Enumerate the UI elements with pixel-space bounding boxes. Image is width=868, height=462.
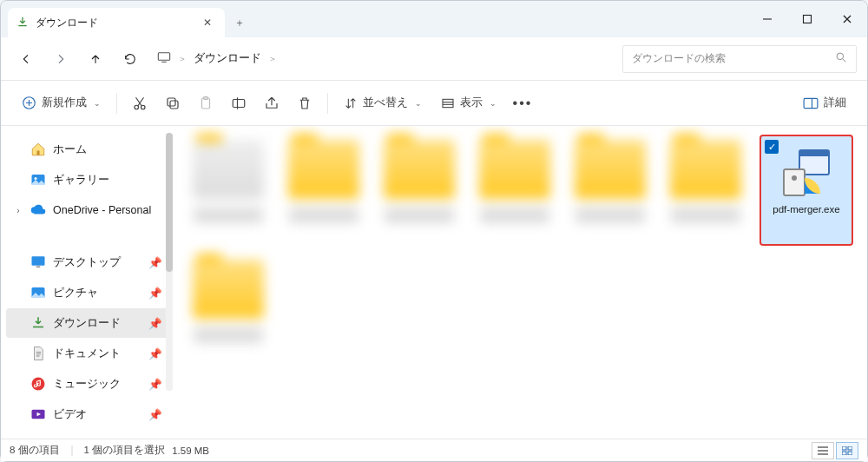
up-button[interactable] bbox=[81, 44, 110, 74]
svg-rect-20 bbox=[37, 151, 40, 155]
titlebar: ダウンロード ✕ ＋ bbox=[1, 1, 867, 37]
rename-button[interactable] bbox=[223, 88, 254, 119]
svg-rect-35 bbox=[848, 452, 852, 455]
gallery-icon bbox=[30, 172, 46, 188]
sidebar-item-music[interactable]: ミュージック📌 bbox=[6, 369, 169, 399]
download-icon bbox=[16, 16, 29, 30]
more-button[interactable]: ••• bbox=[507, 88, 538, 119]
close-button[interactable] bbox=[827, 1, 867, 37]
video-icon bbox=[30, 406, 46, 422]
sidebar-item-documents[interactable]: ドキュメント📌 bbox=[6, 339, 169, 368]
pin-icon: 📌 bbox=[148, 408, 162, 421]
tab-close-button[interactable]: ✕ bbox=[199, 16, 216, 29]
back-button[interactable] bbox=[11, 44, 41, 74]
file-item-selected[interactable]: ✓ pdf-merger.exe bbox=[760, 135, 853, 246]
svg-line-5 bbox=[843, 59, 846, 63]
share-button[interactable] bbox=[256, 88, 287, 119]
chevron-down-icon: ⌄ bbox=[415, 99, 422, 108]
svg-rect-34 bbox=[842, 452, 846, 455]
separator bbox=[116, 93, 117, 114]
search-icon bbox=[835, 51, 847, 66]
file-item[interactable] bbox=[187, 254, 270, 362]
desktop-icon bbox=[30, 254, 46, 270]
statusbar: 8 個の項目 ｜ 1 個の項目を選択 1.59 MB bbox=[1, 439, 867, 461]
status-selected: 1 個の項目を選択 bbox=[84, 444, 166, 457]
new-button[interactable]: 新規作成 ⌄ bbox=[13, 88, 109, 119]
chevron-down-icon: ⌄ bbox=[94, 99, 101, 108]
pin-icon: 📌 bbox=[148, 287, 162, 300]
view-grid-button[interactable] bbox=[836, 442, 858, 459]
tab-title: ダウンロード bbox=[36, 16, 192, 30]
sidebar-item-videos[interactable]: ビデオ📌 bbox=[6, 399, 169, 429]
svg-point-22 bbox=[35, 177, 37, 180]
sidebar-item-pictures[interactable]: ピクチャ📌 bbox=[6, 278, 169, 307]
pictures-icon bbox=[30, 285, 46, 300]
svg-rect-2 bbox=[158, 53, 169, 61]
file-item[interactable] bbox=[664, 135, 747, 242]
search-placeholder: ダウンロードの検索 bbox=[632, 51, 828, 66]
sidebar-item-onedrive[interactable]: › OneDrive - Personal bbox=[6, 195, 169, 225]
cloud-icon bbox=[30, 202, 46, 218]
chevron-right-icon[interactable]: › bbox=[13, 206, 23, 215]
home-icon bbox=[30, 142, 46, 157]
chevron-down-icon: ⌄ bbox=[490, 99, 496, 108]
toolbar: 新規作成 ⌄ 並べ替え ⌄ 表示 ⌄ ••• 詳細 bbox=[1, 81, 867, 126]
delete-button[interactable] bbox=[289, 88, 320, 119]
view-list-button[interactable] bbox=[812, 442, 834, 459]
sidebar-item-home[interactable]: ホーム bbox=[6, 135, 169, 164]
file-item[interactable] bbox=[378, 135, 461, 242]
file-item[interactable] bbox=[569, 135, 652, 242]
installer-icon bbox=[779, 145, 834, 201]
pin-icon: 📌 bbox=[148, 378, 162, 391]
chevron-right-icon: ＞ bbox=[268, 53, 277, 65]
forward-button[interactable] bbox=[46, 44, 76, 74]
file-explorer-window: ダウンロード ✕ ＋ ＞ ダウンロード ＞ ダウンロードの検索 新規作成 bbox=[0, 0, 868, 462]
maximize-button[interactable] bbox=[787, 1, 827, 37]
content-area[interactable]: ✓ pdf-merger.exe bbox=[174, 126, 867, 439]
file-item[interactable] bbox=[282, 135, 365, 242]
svg-rect-15 bbox=[443, 99, 453, 107]
paste-button[interactable] bbox=[190, 88, 221, 119]
svg-rect-30 bbox=[784, 169, 805, 195]
svg-rect-13 bbox=[233, 99, 245, 107]
sidebar-item-downloads[interactable]: ダウンロード📌 bbox=[6, 308, 169, 338]
status-size: 1.59 MB bbox=[172, 446, 209, 456]
pin-icon: 📌 bbox=[148, 317, 162, 330]
check-icon: ✓ bbox=[765, 140, 779, 154]
breadcrumb[interactable]: ＞ ダウンロード ＞ bbox=[150, 51, 617, 66]
svg-rect-32 bbox=[842, 446, 846, 450]
details-pane-button[interactable]: 詳細 bbox=[794, 88, 855, 119]
separator bbox=[327, 93, 328, 114]
breadcrumb-item[interactable]: ダウンロード bbox=[194, 51, 261, 66]
new-tab-button[interactable]: ＋ bbox=[225, 8, 254, 37]
minimize-button[interactable] bbox=[747, 1, 787, 37]
sidebar: ホーム ギャラリー › OneDrive - Personal デスクトップ📌 … bbox=[1, 126, 174, 439]
svg-rect-18 bbox=[804, 98, 818, 108]
refresh-button[interactable] bbox=[115, 44, 145, 74]
sidebar-item-gallery[interactable]: ギャラリー bbox=[6, 165, 169, 195]
svg-rect-33 bbox=[848, 446, 852, 450]
addressbar: ＞ ダウンロード ＞ ダウンロードの検索 bbox=[1, 37, 867, 81]
search-input[interactable]: ダウンロードの検索 bbox=[622, 45, 857, 73]
scrollbar-thumb[interactable] bbox=[166, 133, 173, 272]
view-button[interactable]: 表示 ⌄ bbox=[432, 88, 505, 119]
svg-rect-24 bbox=[36, 267, 41, 268]
sort-button[interactable]: 並べ替え ⌄ bbox=[335, 88, 431, 119]
svg-point-31 bbox=[792, 175, 797, 181]
copy-button[interactable] bbox=[157, 88, 188, 119]
sidebar-item-desktop[interactable]: デスクトップ📌 bbox=[6, 248, 169, 277]
cut-button[interactable] bbox=[124, 88, 155, 119]
tab-downloads[interactable]: ダウンロード ✕ bbox=[8, 8, 225, 37]
file-item[interactable] bbox=[187, 135, 270, 242]
sidebar-scrollbar[interactable] bbox=[166, 133, 173, 391]
chevron-right-icon: ＞ bbox=[178, 53, 187, 65]
svg-rect-9 bbox=[170, 101, 178, 109]
svg-rect-10 bbox=[168, 98, 175, 106]
file-label: pdf-merger.exe bbox=[773, 204, 839, 214]
music-icon bbox=[30, 376, 46, 392]
svg-point-4 bbox=[837, 53, 844, 60]
pin-icon: 📌 bbox=[148, 347, 162, 360]
pin-icon: 📌 bbox=[148, 256, 162, 269]
file-item[interactable] bbox=[473, 135, 556, 242]
svg-rect-23 bbox=[32, 256, 45, 266]
